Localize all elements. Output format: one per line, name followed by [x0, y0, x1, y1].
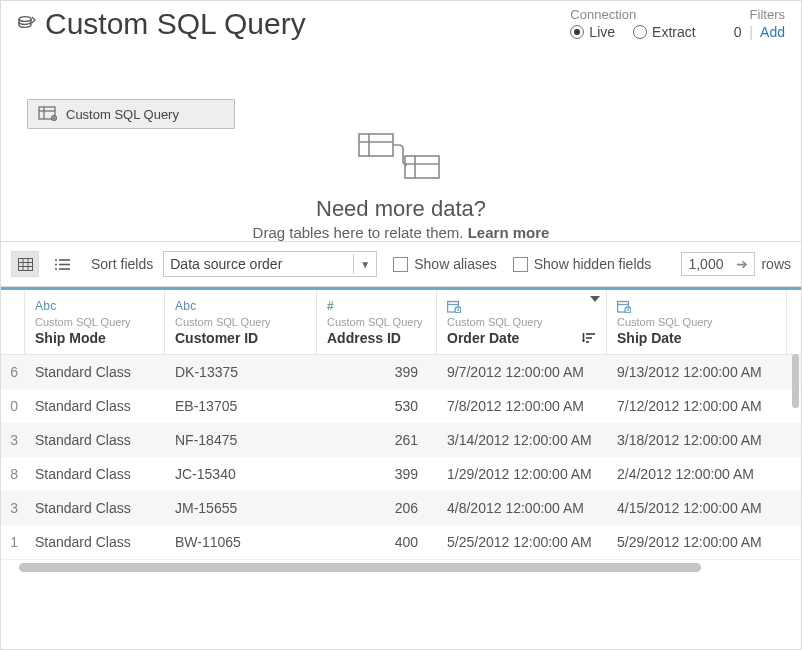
cell-customer-id: DK-13375	[165, 355, 317, 389]
cell-address-id: 206	[317, 491, 437, 525]
cell-ship-date: 2/4/2012 12:00:00 AM	[607, 457, 787, 491]
header: Custom SQL Query Connection Live Extract…	[1, 1, 801, 41]
filters-count: 0	[734, 24, 742, 40]
cell-order-date: 7/8/2012 12:00:00 AM	[437, 389, 607, 423]
cell-address-id: 400	[317, 525, 437, 559]
cell-order-date: 1/29/2012 12:00:00 AM	[437, 457, 607, 491]
cell-rownum: 3	[1, 491, 25, 525]
radio-unselected-icon	[633, 25, 647, 39]
cell-rownum: 1	[1, 525, 25, 559]
sort-fields-label: Sort fields	[91, 256, 153, 272]
data-grid-body[interactable]: 6Standard ClassDK-133753999/7/2012 12:00…	[1, 354, 801, 559]
connection-extract-radio[interactable]: Extract	[633, 24, 696, 40]
custom-sql-icon	[38, 106, 58, 122]
cell-order-date: 9/7/2012 12:00:00 AM	[437, 355, 607, 389]
cell-rownum: 6	[1, 355, 25, 389]
table-row[interactable]: 1Standard ClassBW-110654005/25/2012 12:0…	[1, 525, 801, 559]
table-pill-custom-sql[interactable]: Custom SQL Query	[27, 99, 235, 129]
datasource-icon[interactable]	[17, 15, 37, 37]
cell-rownum: 8	[1, 457, 25, 491]
connection-label: Connection	[570, 7, 695, 22]
svg-point-0	[19, 17, 31, 22]
cell-ship-mode: Standard Class	[25, 389, 165, 423]
cell-ship-date: 4/15/2012 12:00:00 AM	[607, 491, 787, 525]
svg-rect-11	[18, 258, 32, 270]
cell-customer-id: EB-13705	[165, 389, 317, 423]
drag-text: Drag tables here to relate them.	[253, 224, 464, 241]
show-hidden-fields-checkbox[interactable]: Show hidden fields	[513, 256, 652, 272]
learn-more-link[interactable]: Learn more	[468, 224, 550, 241]
grid-toolbar: Sort fields Data source order ▼ Show ali…	[1, 241, 801, 286]
cell-ship-mode: Standard Class	[25, 491, 165, 525]
sort-fields-dropdown[interactable]: Data source order ▼	[163, 251, 377, 277]
cell-ship-date: 7/12/2012 12:00:00 AM	[607, 389, 787, 423]
cell-customer-id: NF-18475	[165, 423, 317, 457]
vertical-scrollbar[interactable]	[791, 354, 801, 559]
grid-view-button[interactable]	[11, 251, 39, 277]
cell-address-id: 399	[317, 457, 437, 491]
cell-address-id: 399	[317, 355, 437, 389]
row-limit-input[interactable]: 1,000 ➔	[681, 252, 755, 276]
table-pill-label: Custom SQL Query	[66, 107, 179, 122]
svg-rect-8	[405, 156, 439, 178]
cell-address-id: 261	[317, 423, 437, 457]
cell-order-date: 4/8/2012 12:00:00 AM	[437, 491, 607, 525]
data-grid-header: Abc Custom SQL Query Ship Mode Abc Custo…	[1, 287, 801, 354]
cell-ship-date: 9/13/2012 12:00:00 AM	[607, 355, 787, 389]
column-header-address-id[interactable]: # Custom SQL Query Address ID	[317, 290, 437, 354]
cell-ship-date: 3/18/2012 12:00:00 AM	[607, 423, 787, 457]
column-header-rownum	[1, 290, 25, 354]
need-more-heading: Need more data?	[1, 196, 801, 222]
sort-icon[interactable]	[582, 332, 596, 344]
filters-add-link[interactable]: Add	[760, 24, 785, 40]
filters-label: Filters	[734, 7, 785, 22]
svg-rect-5	[359, 134, 393, 156]
horizontal-scrollbar[interactable]	[1, 559, 801, 576]
cell-rownum: 0	[1, 389, 25, 423]
table-row[interactable]: 0Standard ClassEB-137055307/8/2012 12:00…	[1, 389, 801, 423]
data-grid: Abc Custom SQL Query Ship Mode Abc Custo…	[1, 286, 801, 576]
column-header-order-date[interactable]: Custom SQL Query Order Date	[437, 290, 607, 354]
list-view-button[interactable]	[49, 252, 75, 276]
filters-block: Filters 0 | Add	[734, 7, 785, 40]
string-type-icon: Abc	[175, 298, 306, 314]
join-canvas[interactable]: Custom SQL Query Need more data? Drag ta…	[1, 41, 801, 241]
cell-ship-mode: Standard Class	[25, 423, 165, 457]
cell-customer-id: BW-11065	[165, 525, 317, 559]
table-row[interactable]: 6Standard ClassDK-133753999/7/2012 12:00…	[1, 355, 801, 389]
cell-ship-mode: Standard Class	[25, 457, 165, 491]
table-row[interactable]: 3Standard ClassNF-184752613/14/2012 12:0…	[1, 423, 801, 457]
table-row[interactable]: 8Standard ClassJC-153403991/29/2012 12:0…	[1, 457, 801, 491]
column-header-ship-mode[interactable]: Abc Custom SQL Query Ship Mode	[25, 290, 165, 354]
cell-rownum: 3	[1, 423, 25, 457]
show-aliases-checkbox[interactable]: Show aliases	[393, 256, 497, 272]
chevron-down-icon: ▼	[360, 259, 370, 270]
cell-order-date: 5/25/2012 12:00:00 AM	[437, 525, 607, 559]
drop-hint: Need more data? Drag tables here to rela…	[1, 130, 801, 241]
datetime-type-icon	[617, 298, 776, 314]
rows-label: rows	[761, 256, 791, 272]
datetime-type-icon	[447, 298, 596, 314]
cell-address-id: 530	[317, 389, 437, 423]
connection-block: Connection Live Extract	[570, 7, 695, 40]
column-header-ship-date[interactable]: Custom SQL Query Ship Date	[607, 290, 787, 354]
cell-order-date: 3/14/2012 12:00:00 AM	[437, 423, 607, 457]
connection-live-radio[interactable]: Live	[570, 24, 615, 40]
checkbox-icon	[513, 257, 528, 272]
cell-ship-mode: Standard Class	[25, 355, 165, 389]
chevron-down-icon[interactable]	[590, 296, 600, 302]
connection-radios: Live Extract	[570, 24, 695, 40]
page-title: Custom SQL Query	[45, 7, 562, 41]
checkbox-icon	[393, 257, 408, 272]
number-type-icon: #	[327, 298, 426, 314]
cell-customer-id: JC-15340	[165, 457, 317, 491]
radio-selected-icon	[570, 25, 584, 39]
cell-ship-date: 5/29/2012 12:00:00 AM	[607, 525, 787, 559]
cell-ship-mode: Standard Class	[25, 525, 165, 559]
column-header-customer-id[interactable]: Abc Custom SQL Query Customer ID	[165, 290, 317, 354]
relate-tables-icon	[353, 130, 449, 184]
cell-customer-id: JM-15655	[165, 491, 317, 525]
arrow-right-icon: ➔	[736, 256, 748, 272]
string-type-icon: Abc	[35, 298, 154, 314]
table-row[interactable]: 3Standard ClassJM-156552064/8/2012 12:00…	[1, 491, 801, 525]
